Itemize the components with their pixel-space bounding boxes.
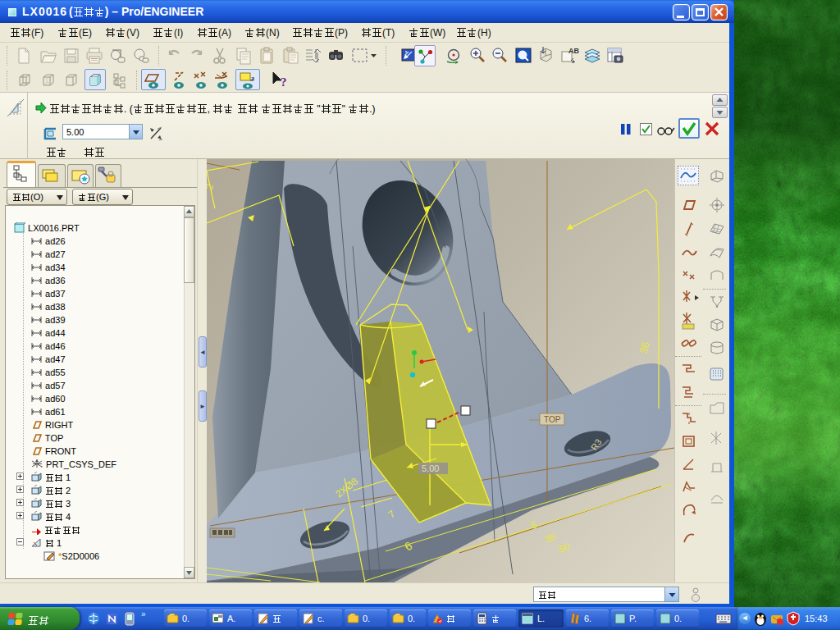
svg-text:5.00: 5.00 — [422, 463, 439, 473]
svg-text:z: z — [251, 75, 254, 82]
svg-text:AB: AB — [568, 47, 579, 55]
svg-text:TOP: TOP — [544, 415, 561, 424]
svg-text:?: ? — [281, 75, 287, 89]
